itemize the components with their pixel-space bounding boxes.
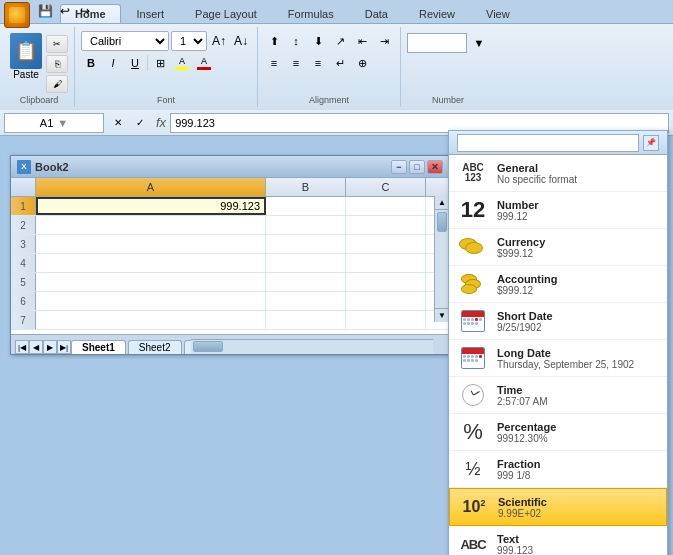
confirm-formula-btn[interactable]: ✓ bbox=[130, 113, 150, 133]
indent-increase-btn[interactable]: ⇥ bbox=[374, 31, 394, 51]
tab-view[interactable]: View bbox=[471, 4, 525, 23]
cell-c6[interactable] bbox=[346, 292, 426, 310]
font-size-select[interactable]: 11 bbox=[171, 31, 207, 51]
cell-b5[interactable] bbox=[266, 273, 346, 291]
tab-page-layout[interactable]: Page Layout bbox=[180, 4, 272, 23]
format-item-text[interactable]: ABC Text 999.123 bbox=[449, 526, 667, 555]
cell-a4[interactable] bbox=[36, 254, 266, 272]
currency-info: Currency $999.12 bbox=[497, 236, 545, 259]
align-bottom-btn[interactable]: ⬇ bbox=[308, 31, 328, 51]
sheet-nav-last[interactable]: ▶| bbox=[57, 340, 71, 354]
undo-quick-btn[interactable]: ↩ bbox=[56, 2, 74, 20]
cell-b6[interactable] bbox=[266, 292, 346, 310]
sheet-tab-1[interactable]: Sheet1 bbox=[71, 340, 126, 354]
restore-button[interactable]: □ bbox=[409, 160, 425, 174]
indent-decrease-btn[interactable]: ⇤ bbox=[352, 31, 372, 51]
col-header-b[interactable]: B bbox=[266, 178, 346, 196]
cell-b3[interactable] bbox=[266, 235, 346, 253]
time-info: Time 2:57:07 AM bbox=[497, 384, 548, 407]
format-painter-button[interactable]: 🖌 bbox=[46, 75, 68, 93]
format-search-input[interactable] bbox=[457, 134, 639, 152]
sheet-nav-next[interactable]: ▶ bbox=[43, 340, 57, 354]
number-format-input[interactable] bbox=[407, 33, 467, 53]
close-button[interactable]: ✕ bbox=[427, 160, 443, 174]
cell-b7[interactable] bbox=[266, 311, 346, 329]
font-color-button[interactable]: A bbox=[194, 53, 214, 73]
format-item-currency[interactable]: Currency $999.12 bbox=[449, 229, 667, 266]
increase-font-btn[interactable]: A↑ bbox=[209, 31, 229, 51]
paste-button[interactable]: 📋 Paste bbox=[10, 33, 42, 80]
cell-c5[interactable] bbox=[346, 273, 426, 291]
merge-center-btn[interactable]: ⊕ bbox=[352, 53, 372, 73]
format-item-number[interactable]: 12 Number 999.12 bbox=[449, 192, 667, 229]
align-right-btn[interactable]: ≡ bbox=[308, 53, 328, 73]
bold-button[interactable]: B bbox=[81, 53, 101, 73]
cell-c3[interactable] bbox=[346, 235, 426, 253]
tab-insert[interactable]: Insert bbox=[122, 4, 180, 23]
tab-review[interactable]: Review bbox=[404, 4, 470, 23]
cell-b2[interactable] bbox=[266, 216, 346, 234]
name-box[interactable]: A1 ▼ bbox=[4, 113, 104, 133]
cell-c7[interactable] bbox=[346, 311, 426, 329]
redo-quick-btn[interactable]: ↪ bbox=[76, 2, 94, 20]
tab-formulas[interactable]: Formulas bbox=[273, 4, 349, 23]
tab-data[interactable]: Data bbox=[350, 4, 403, 23]
align-left-btn[interactable]: ≡ bbox=[264, 53, 284, 73]
office-button[interactable] bbox=[4, 2, 30, 28]
cell-c1[interactable] bbox=[346, 197, 426, 215]
format-item-fraction[interactable]: ½ Fraction 999 1/8 bbox=[449, 451, 667, 488]
cell-c2[interactable] bbox=[346, 216, 426, 234]
cut-button[interactable]: ✂ bbox=[46, 35, 68, 53]
align-center-btn[interactable]: ≡ bbox=[286, 53, 306, 73]
short-date-icon bbox=[457, 307, 489, 335]
cancel-formula-btn[interactable]: ✕ bbox=[108, 113, 128, 133]
cell-a2[interactable] bbox=[36, 216, 266, 234]
col-header-c[interactable]: C bbox=[346, 178, 426, 196]
sheet-nav-first[interactable]: |◀ bbox=[15, 340, 29, 354]
border-button[interactable]: ⊞ bbox=[150, 53, 170, 73]
align-top-btn[interactable]: ⬆ bbox=[264, 31, 284, 51]
format-item-percentage[interactable]: % Percentage 99912.30% bbox=[449, 414, 667, 451]
font-name-select[interactable]: Calibri bbox=[81, 31, 169, 51]
italic-button[interactable]: I bbox=[103, 53, 123, 73]
cell-a1[interactable]: 999.123 bbox=[36, 197, 266, 215]
cell-b1[interactable] bbox=[266, 197, 346, 215]
wrap-text-btn[interactable]: ↵ bbox=[330, 53, 350, 73]
format-pin-btn[interactable]: 📌 bbox=[643, 135, 659, 151]
format-item-scientific[interactable]: 102 Scientific 9.99E+02 bbox=[449, 488, 667, 526]
cell-a7[interactable] bbox=[36, 311, 266, 329]
scientific-name: Scientific bbox=[498, 496, 547, 508]
spreadsheet-window: X Book2 − □ ✕ A B C 1 999.123 2 bbox=[10, 155, 450, 355]
cell-c4[interactable] bbox=[346, 254, 426, 272]
cell-a5[interactable] bbox=[36, 273, 266, 291]
fill-color-button[interactable]: A bbox=[172, 53, 192, 73]
currency-name: Currency bbox=[497, 236, 545, 248]
format-item-general[interactable]: ABC 123 General No specific format bbox=[449, 155, 667, 192]
cell-a3[interactable] bbox=[36, 235, 266, 253]
text-direction-btn[interactable]: ↗ bbox=[330, 31, 350, 51]
sheet-nav-prev[interactable]: ◀ bbox=[29, 340, 43, 354]
format-item-time[interactable]: Time 2:57:07 AM bbox=[449, 377, 667, 414]
align-middle-btn[interactable]: ↕ bbox=[286, 31, 306, 51]
decrease-font-btn[interactable]: A↓ bbox=[231, 31, 251, 51]
number-format-dropdown[interactable]: ▼ bbox=[469, 33, 489, 53]
minimize-button[interactable]: − bbox=[391, 160, 407, 174]
scroll-thumb-h[interactable] bbox=[193, 341, 223, 352]
sheet-tab-2[interactable]: Sheet2 bbox=[128, 340, 182, 354]
col-header-a[interactable]: A bbox=[36, 178, 266, 196]
copy-button[interactable]: ⎘ bbox=[46, 55, 68, 73]
horizontal-scrollbar[interactable] bbox=[191, 339, 433, 354]
scroll-up-btn[interactable]: ▲ bbox=[435, 196, 449, 210]
format-item-short-date[interactable]: Short Date 9/25/1902 bbox=[449, 303, 667, 340]
cell-b4[interactable] bbox=[266, 254, 346, 272]
long-date-icon bbox=[457, 344, 489, 372]
scroll-thumb-v[interactable] bbox=[437, 212, 447, 232]
vertical-scrollbar[interactable]: ▲ ▼ bbox=[434, 196, 449, 322]
cell-a6[interactable] bbox=[36, 292, 266, 310]
format-item-accounting[interactable]: Accounting $999.12 bbox=[449, 266, 667, 303]
underline-button[interactable]: U bbox=[125, 53, 145, 73]
short-date-example: 9/25/1902 bbox=[497, 322, 553, 333]
scroll-down-btn[interactable]: ▼ bbox=[435, 308, 449, 322]
format-item-long-date[interactable]: Long Date Thursday, September 25, 1902 bbox=[449, 340, 667, 377]
save-quick-btn[interactable]: 💾 bbox=[36, 2, 54, 20]
